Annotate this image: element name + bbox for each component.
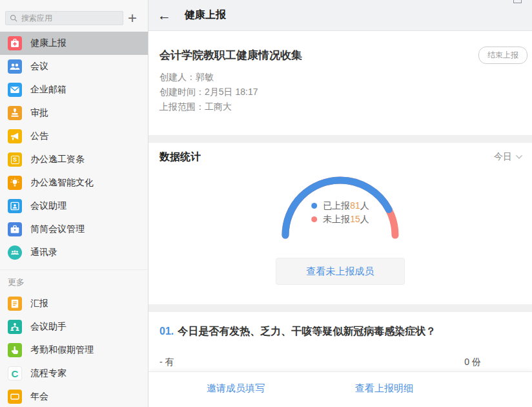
sidebar-item-meeting-manage[interactable]: 简简会议管理 — [0, 218, 148, 241]
back-arrow-icon[interactable]: ← — [158, 8, 177, 23]
invite-members-link[interactable]: 邀请成员填写 — [207, 382, 265, 407]
question-title: 01.今日是否有发热、乏力、干咳等疑似新冠病毒感染症状？ — [159, 325, 521, 339]
sidebar-item-label: 简简会议管理 — [30, 224, 85, 235]
sidebar-item-approval[interactable]: 审批 — [0, 101, 148, 125]
sidebar-item-label: 会议 — [30, 61, 48, 72]
sidebar-item-label: 会议助理 — [30, 200, 66, 212]
sidebar-item-health-report[interactable]: 健康上报 — [0, 32, 148, 55]
end-report-button[interactable]: 结束上报 — [478, 47, 527, 64]
attendance-icon — [8, 343, 22, 357]
process-expert-icon: C — [8, 366, 22, 381]
stats-heading: 数据统计 — [159, 151, 201, 164]
sidebar-item-label: 会议助手 — [30, 321, 66, 333]
create-time-line: 创建时间：2月5日 18:17 — [159, 85, 521, 99]
answer-count: 0 份 — [464, 357, 481, 368]
view-report-detail-link[interactable]: 查看上报明细 — [355, 382, 413, 407]
sidebar-item-mail[interactable]: 企业邮箱 — [0, 78, 148, 101]
sidebar-item-label: 办公逸工资条 — [30, 154, 85, 165]
sidebar-item-process-expert[interactable]: C 流程专家 — [0, 362, 148, 385]
meeting-helper-icon — [8, 320, 22, 334]
legend-unreported: 未上报15人 — [311, 213, 369, 226]
section-divider — [148, 135, 532, 143]
annual-meeting-icon — [8, 390, 22, 404]
sidebar-item-announcement[interactable]: 公告 — [0, 125, 148, 148]
sidebar-item-label: 健康上报 — [30, 37, 66, 49]
sidebar-item-payslip[interactable]: S 办公逸工资条 — [0, 148, 148, 171]
sidebar-item-annual-meeting[interactable]: 年会 — [0, 385, 148, 407]
content: 会计学院教职工健康情况收集 结束上报 创建人：郭敏 创建时间：2月5日 18:1… — [148, 31, 532, 407]
window-maximize-icon[interactable] — [513, 0, 522, 3]
sidebar: + 健康上报 — [0, 0, 148, 407]
sidebar-item-label: 流程专家 — [30, 368, 66, 379]
view-unreported-button[interactable]: 查看未上报成员 — [276, 258, 405, 285]
sidebar-item-attendance[interactable]: 考勤和假期管理 — [0, 339, 148, 362]
sidebar-item-label: 考勤和假期管理 — [30, 344, 94, 356]
sidebar-item-label: 公告 — [30, 130, 48, 142]
unreported-dot-icon — [311, 216, 317, 222]
creator-line: 创建人：郭敏 — [159, 70, 521, 85]
app-window: + 健康上报 — [0, 0, 532, 407]
scope-line: 上报范围：工商大 — [159, 99, 521, 114]
sidebar-item-label: 汇报 — [30, 298, 48, 309]
report-doc-icon — [8, 297, 22, 311]
sidebar-item-contacts[interactable]: 通讯录 — [0, 241, 148, 264]
sidebar-item-meeting-assistant[interactable]: 会议助理 — [0, 194, 148, 218]
search-box[interactable] — [5, 11, 123, 25]
main-header: ← 健康上报 — [148, 0, 532, 31]
section-divider — [148, 304, 532, 312]
question-number: 01. — [159, 326, 174, 337]
report-info-section: 会计学院教职工健康情况收集 结束上报 创建人：郭敏 创建时间：2月5日 18:1… — [148, 31, 532, 135]
culture-bulb-icon — [8, 176, 22, 190]
plus-icon[interactable]: + — [123, 11, 141, 25]
sidebar-item-meeting-helper[interactable]: 会议助手 — [0, 315, 148, 339]
sidebar-item-culture[interactable]: 办公逸智能文化 — [0, 171, 148, 194]
report-title: 会计学院教职工健康情况收集 — [159, 48, 521, 63]
meeting-assistant-icon — [8, 199, 22, 213]
app-list: 健康上报 会议 企 — [0, 32, 148, 407]
sidebar-item-report[interactable]: 汇报 — [0, 292, 148, 315]
meeting-icon — [8, 59, 22, 74]
health-report-icon — [8, 36, 22, 50]
search-icon — [10, 14, 17, 22]
sidebar-item-label: 通讯录 — [30, 247, 57, 258]
search-input[interactable] — [21, 14, 119, 23]
stats-section: 数据统计 今日 — [148, 143, 532, 304]
payslip-icon: S — [8, 152, 22, 167]
sidebar-item-meeting[interactable]: 会议 — [0, 55, 148, 78]
chevron-down-icon — [515, 154, 523, 160]
footer-action-bar: 邀请成员填写 查看上报明细 — [148, 371, 532, 407]
main-panel: ← 健康上报 会计学院教职工健康情况收集 结束上报 创建人：郭敏 创建时间：2月… — [148, 0, 532, 407]
date-filter-label: 今日 — [494, 151, 512, 163]
answer-label: - 有 — [159, 357, 174, 368]
date-filter-dropdown[interactable]: 今日 — [494, 151, 523, 163]
approval-stamp-icon — [8, 106, 22, 120]
mail-icon — [8, 83, 22, 97]
gauge-legend: 已上报81人 未上报15人 — [311, 199, 369, 226]
sidebar-item-label: 办公逸智能文化 — [30, 177, 94, 189]
gauge-chart: 已上报81人 未上报15人 — [278, 169, 402, 241]
report-meta: 创建人：郭敏 创建时间：2月5日 18:17 上报范围：工商大 — [159, 70, 521, 135]
search-row: + — [0, 0, 148, 32]
page-title: 健康上报 — [185, 8, 226, 22]
sidebar-item-label: 年会 — [30, 391, 48, 402]
announcement-icon — [8, 129, 22, 143]
meeting-manage-icon — [8, 222, 22, 236]
sidebar-item-label: 审批 — [30, 107, 48, 119]
sidebar-more-label: 更多 — [0, 269, 148, 292]
reported-dot-icon — [311, 203, 317, 209]
answer-row-yes: - 有 0 份 — [159, 357, 481, 368]
legend-reported: 已上报81人 — [311, 199, 369, 213]
contacts-icon — [8, 245, 22, 260]
sidebar-item-label: 企业邮箱 — [30, 84, 66, 96]
